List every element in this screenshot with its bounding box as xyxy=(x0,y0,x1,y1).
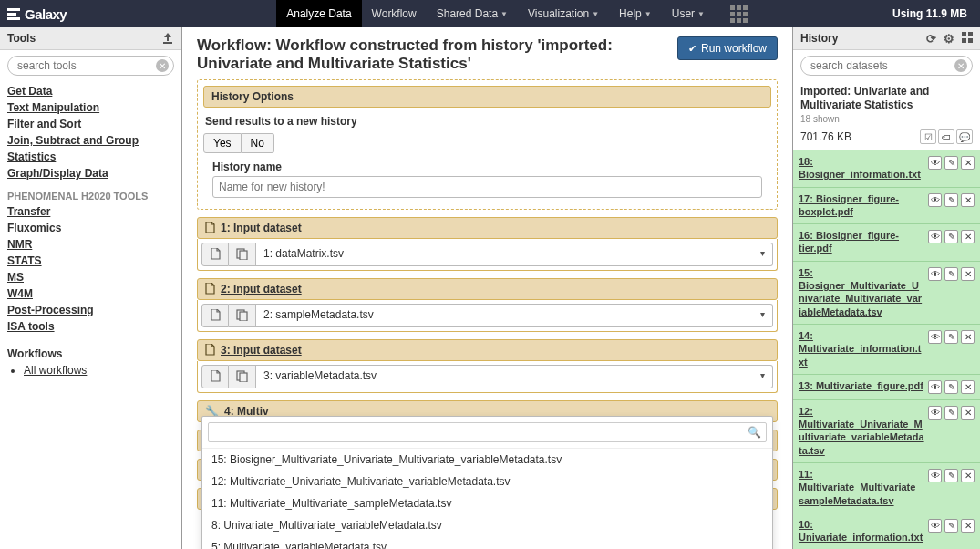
tool-section[interactable]: W4M xyxy=(7,287,174,300)
history-item[interactable]: 16: Biosigner_figure-tier.pdf👁✎✕ xyxy=(793,224,980,262)
eye-icon[interactable]: 👁 xyxy=(928,380,942,394)
nav-panel-grid[interactable] xyxy=(715,0,758,27)
edit-icon[interactable]: ✎ xyxy=(944,380,958,394)
history-options-header: History Options xyxy=(203,86,771,108)
multi-file-button[interactable] xyxy=(229,365,256,388)
clear-datasets-search-icon[interactable]: ✕ xyxy=(954,59,967,72)
dropdown-option[interactable]: 11: Multivariate_Multivariate_sampleMeta… xyxy=(202,492,772,514)
history-item[interactable]: 10: Univariate_information.txt👁✎✕ xyxy=(793,513,980,549)
clear-search-icon[interactable]: ✕ xyxy=(156,59,169,72)
tool-section[interactable]: NMR xyxy=(7,238,174,251)
tool-section[interactable]: ISA tools xyxy=(7,320,174,333)
history-item[interactable]: 15: Biosigner_Multivariate_Univariate_Mu… xyxy=(793,262,980,325)
no-button[interactable]: No xyxy=(242,133,274,153)
nav-analyze-data[interactable]: Analyze Data xyxy=(276,0,361,27)
delete-icon[interactable]: ✕ xyxy=(961,156,975,170)
history-item[interactable]: 17: Biosigner_figure-boxplot.pdf👁✎✕ xyxy=(793,188,980,225)
delete-icon[interactable]: ✕ xyxy=(961,330,975,344)
dataset-select[interactable]: 3: variableMetadata.tsv xyxy=(256,365,773,388)
single-file-button[interactable] xyxy=(201,243,229,266)
history-item[interactable]: 13: Multivariate_figure.pdf👁✎✕ xyxy=(793,375,980,400)
step-header[interactable]: 3: Input dataset xyxy=(197,339,778,361)
tool-section[interactable]: Graph/Display Data xyxy=(7,167,174,180)
step-header[interactable]: 1: Input dataset xyxy=(197,217,778,239)
tool-section[interactable]: Statistics xyxy=(7,150,174,163)
edit-icon[interactable]: ✎ xyxy=(944,193,958,207)
eye-icon[interactable]: 👁 xyxy=(928,267,942,281)
step-header[interactable]: 2: Input dataset xyxy=(197,278,778,300)
edit-icon[interactable]: ✎ xyxy=(944,230,958,243)
history-name-input[interactable] xyxy=(212,176,762,198)
eye-icon[interactable]: 👁 xyxy=(928,193,942,207)
search-tools-input[interactable] xyxy=(7,56,174,76)
yes-button[interactable]: Yes xyxy=(203,133,242,153)
tool-section[interactable]: Post-Processing xyxy=(7,304,174,316)
single-file-button[interactable] xyxy=(201,304,229,327)
nav-workflow[interactable]: Workflow xyxy=(362,0,427,27)
history-item[interactable]: 14: Multivariate_information.txt👁✎✕ xyxy=(793,325,980,375)
delete-icon[interactable]: ✕ xyxy=(961,469,975,482)
tool-section[interactable]: Join, Subtract and Group xyxy=(7,134,174,147)
dataset-select[interactable]: 2: sampleMetadata.tsv xyxy=(256,304,773,327)
brand[interactable]: Galaxy xyxy=(7,6,67,22)
history-header: History ⟳ ⚙ xyxy=(793,27,980,50)
nav-help[interactable]: Help▼ xyxy=(609,0,662,27)
tool-section[interactable]: Text Manipulation xyxy=(7,101,174,114)
dropdown-option[interactable]: 8: Univariate_Multivariate_variableMetad… xyxy=(202,514,772,536)
multi-file-button[interactable] xyxy=(229,243,256,266)
tools-header: Tools xyxy=(0,27,181,50)
nav-visualization[interactable]: Visualization▼ xyxy=(518,0,609,27)
eye-icon[interactable]: 👁 xyxy=(928,230,942,243)
edit-icon[interactable]: ✎ xyxy=(944,267,958,281)
dropdown-search-input[interactable] xyxy=(208,422,767,442)
single-file-button[interactable] xyxy=(201,365,229,388)
current-history-name[interactable]: imported: Univariate and Multivariate St… xyxy=(800,85,973,112)
delete-icon[interactable]: ✕ xyxy=(961,406,975,420)
multi-file-button[interactable] xyxy=(229,304,256,327)
edit-icon[interactable]: ✎ xyxy=(944,406,958,420)
history-item[interactable]: 11: Multivariate_Multivariate_sampleMeta… xyxy=(793,463,980,513)
history-item[interactable]: 12: Multivariate_Univariate_Multivariate… xyxy=(793,400,980,463)
caret-icon: ▼ xyxy=(697,10,705,18)
gear-icon[interactable]: ⚙ xyxy=(944,32,954,46)
edit-icon[interactable]: ✎ xyxy=(944,156,958,170)
eye-icon[interactable]: 👁 xyxy=(928,519,942,533)
delete-icon[interactable]: ✕ xyxy=(961,230,975,243)
tool-section[interactable]: STATS xyxy=(7,254,174,267)
upload-icon[interactable] xyxy=(161,32,174,45)
eye-icon[interactable]: 👁 xyxy=(928,469,942,482)
search-datasets-input[interactable] xyxy=(800,56,973,76)
svg-rect-5 xyxy=(240,251,247,260)
delete-icon[interactable]: ✕ xyxy=(961,193,975,207)
edit-icon[interactable]: ✎ xyxy=(944,330,958,344)
edit-icon[interactable]: ✎ xyxy=(944,469,958,482)
tool-section[interactable]: Filter and Sort xyxy=(7,118,174,130)
nav-shared-data[interactable]: Shared Data▼ xyxy=(427,0,518,27)
refresh-icon[interactable]: ⟳ xyxy=(926,32,936,46)
select-all-icon[interactable]: ☑ xyxy=(920,129,936,144)
nav-user[interactable]: User▼ xyxy=(662,0,715,27)
eye-icon[interactable]: 👁 xyxy=(928,406,942,420)
edit-icon[interactable]: ✎ xyxy=(944,519,958,533)
annotation-icon[interactable]: 💬 xyxy=(956,129,973,144)
svg-rect-11 xyxy=(968,32,973,36)
delete-icon[interactable]: ✕ xyxy=(961,380,975,394)
eye-icon[interactable]: 👁 xyxy=(928,156,942,170)
dropdown-option[interactable]: 15: Biosigner_Multivariate_Univariate_Mu… xyxy=(202,449,772,471)
history-item[interactable]: 18: Biosigner_information.txt👁✎✕ xyxy=(793,150,980,188)
dataset-select[interactable]: 1: dataMatrix.tsv xyxy=(256,243,773,266)
tool-section[interactable]: Get Data xyxy=(7,85,174,98)
delete-icon[interactable]: ✕ xyxy=(961,267,975,281)
dropdown-option[interactable]: 5: Multivariate_variableMetadata.tsv xyxy=(202,536,772,549)
delete-icon[interactable]: ✕ xyxy=(961,519,975,533)
workflow-link[interactable]: All workflows xyxy=(24,364,87,377)
view-multi-icon[interactable] xyxy=(962,32,973,46)
eye-icon[interactable]: 👁 xyxy=(928,330,942,344)
dropdown-option[interactable]: 12: Multivariate_Univariate_Multivariate… xyxy=(202,471,772,492)
tags-icon[interactable]: 🏷 xyxy=(938,129,954,144)
run-label: Run workflow xyxy=(701,42,767,55)
tool-section[interactable]: Transfer xyxy=(7,205,174,218)
run-workflow-button[interactable]: ✔ Run workflow xyxy=(677,36,778,60)
tool-section[interactable]: MS xyxy=(7,271,174,284)
tool-section[interactable]: Fluxomics xyxy=(7,222,174,234)
